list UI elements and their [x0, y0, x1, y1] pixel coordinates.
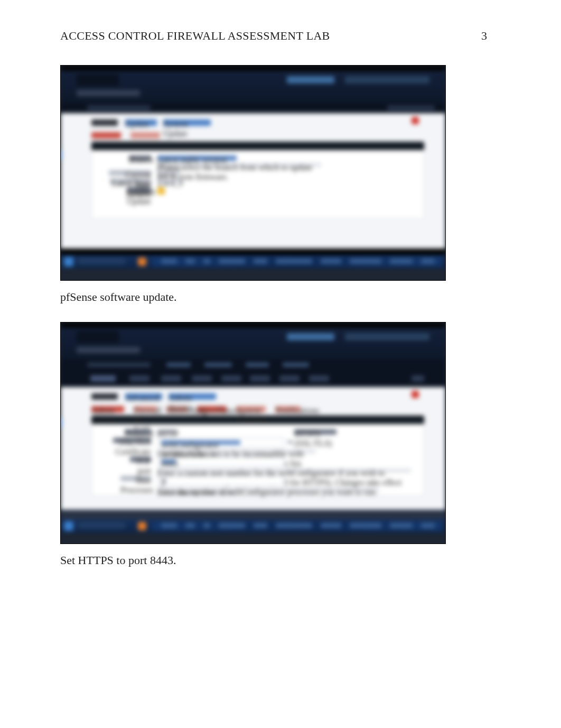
top-nav-right[interactable] — [345, 333, 429, 340]
toolbar-item[interactable] — [192, 375, 212, 382]
footer-strip — [61, 248, 445, 255]
ssl-cert-value: webConfigurator default (5abc...) — [161, 440, 240, 445]
app-header — [61, 71, 445, 103]
sub-header-strip — [61, 103, 445, 113]
taskbar-items[interactable] — [161, 523, 435, 528]
row-label-branch: Branch — [129, 155, 151, 161]
tabs: System Update Update Settings — [61, 127, 445, 140]
breadcrumb-link[interactable]: Advanced — [125, 393, 162, 400]
screenshot-pfsense-update: System Update System Update ! System Upd… — [60, 65, 446, 281]
row-label-latest: Latest Base System — [110, 179, 151, 184]
toolbar-item[interactable] — [129, 375, 149, 382]
tcp-port-value: 8443 — [161, 459, 176, 464]
breadcrumb-root: System — [91, 393, 118, 400]
toolbar-item-right[interactable] — [412, 375, 424, 382]
header-title: ACCESS CONTROL FIREWALL ASSESSMENT LAB — [60, 29, 330, 43]
taskbar-app-icon[interactable] — [138, 257, 146, 266]
start-button-icon[interactable] — [64, 257, 73, 266]
toolbar-item[interactable] — [90, 375, 116, 382]
row-label-current: Current Base System — [109, 170, 151, 176]
row-label-cert: SSL/TLS Certificate — [113, 438, 151, 443]
alert-badge-icon[interactable]: ! — [412, 117, 419, 124]
breadcrumb-root: System — [91, 119, 118, 126]
protocol-https[interactable]: HTTPS (SSL/TLS) — [294, 429, 336, 435]
panel-header: Confirmation Required to update pfSense … — [91, 142, 424, 150]
tabs: Admin Access Firewall & NAT Networking M… — [61, 401, 445, 413]
sub-header-right — [387, 106, 435, 110]
alert-badge-icon[interactable]: ! — [412, 391, 419, 398]
breadcrumb-link[interactable]: System Update — [163, 119, 211, 126]
tab-system-update[interactable]: System Update — [91, 132, 121, 139]
side-indicator — [60, 418, 62, 427]
max-proc-value: 2 — [161, 478, 166, 483]
screenshot-https-port: System Advanced Admin Access ! Admin Acc… — [60, 322, 446, 544]
branch-select[interactable]: Latest stable version (2.4.x) — [157, 155, 237, 161]
tab-tunables[interactable]: System Tunables — [236, 406, 266, 412]
start-button-icon[interactable] — [64, 521, 73, 531]
breadcrumb: System Advanced Admin Access ! — [61, 387, 445, 401]
taskbar-search[interactable] — [78, 258, 125, 264]
toolbar-item[interactable] — [250, 375, 270, 382]
running-header: ACCESS CONTROL FIREWALL ASSESSMENT LAB 3 — [60, 29, 487, 43]
top-nav-right[interactable] — [345, 76, 429, 84]
tab-admin-access[interactable]: Admin Access — [91, 406, 124, 412]
caption-screenshot-2: Set HTTPS to port 8443. — [60, 554, 487, 567]
panel-body: Branch Latest stable version (2.4.x) Ple… — [91, 150, 424, 219]
chevron-down-icon[interactable] — [287, 441, 293, 444]
row-label-confirm: Confirm Update — [127, 187, 151, 192]
confirm-update-checkbox[interactable] — [157, 187, 165, 195]
app-header — [61, 328, 445, 360]
taskbar[interactable] — [61, 255, 445, 269]
sub-header-strip — [61, 360, 445, 370]
toolbar-item[interactable] — [161, 375, 181, 382]
tcp-port-input[interactable]: 8443 — [157, 457, 284, 466]
row-label-max: Max Processes — [120, 476, 151, 481]
caption-screenshot-1: pfSense software update. — [60, 290, 487, 304]
sub-header-left — [87, 363, 151, 367]
row-label-tcp: TCP port — [130, 457, 151, 462]
tcp-port-hint: Enter a custom port number for the webCo… — [157, 468, 411, 473]
hostname-label — [77, 347, 140, 353]
toolbar-item[interactable] — [309, 375, 329, 382]
breadcrumb-link[interactable]: Admin Access — [169, 393, 216, 400]
protocol-http[interactable]: HTTP — [157, 429, 176, 435]
pfsense-logo — [77, 331, 119, 343]
taskbar-items[interactable] — [161, 259, 435, 264]
toolbar-strip — [61, 370, 445, 387]
breadcrumb-link[interactable]: Update — [125, 119, 157, 126]
max-proc-hint: Enter the number of webConfigurator proc… — [157, 487, 379, 492]
window-titlebar — [61, 322, 445, 328]
top-nav-highlight[interactable] — [287, 76, 334, 84]
toolbar-item[interactable] — [279, 375, 300, 382]
latest-version: 2.4.4_3 — [157, 179, 183, 183]
panel-divider — [61, 510, 445, 519]
branch-hint: Please select the branch from which to u… — [157, 163, 321, 167]
panel-body: Protocol HTTP HTTPS (SSL/TLS) SSL/TLS Ce… — [91, 424, 424, 496]
taskbar-app-icon[interactable] — [138, 522, 146, 530]
pfsense-logo — [77, 74, 119, 86]
top-nav-highlight[interactable] — [287, 333, 334, 340]
row-label-protocol: Protocol — [125, 429, 151, 435]
toolbar-item[interactable] — [221, 375, 241, 382]
tab-misc[interactable]: Miscellaneous — [197, 406, 227, 412]
breadcrumb: System Update System Update ! — [61, 113, 445, 127]
window-titlebar — [61, 66, 445, 71]
ssl-cert-hint: Certificates known to be incompatible wi… — [157, 449, 316, 454]
taskbar[interactable] — [61, 519, 445, 533]
sub-header-left — [87, 106, 151, 110]
ssl-cert-select[interactable]: webConfigurator default (5abc...) — [157, 438, 284, 447]
taskbar-search[interactable] — [78, 522, 125, 529]
header-page-number: 3 — [481, 29, 487, 43]
tab-update-settings[interactable]: Update Settings — [130, 132, 160, 139]
current-version: 2.4.4 — [157, 170, 179, 175]
tab-firewall-nat[interactable]: Firewall & NAT — [134, 406, 157, 412]
max-proc-input[interactable]: 2 — [157, 476, 284, 485]
tab-notifications[interactable]: Notifications — [275, 406, 301, 412]
side-indicator — [60, 150, 62, 160]
hostname-label — [77, 90, 140, 96]
